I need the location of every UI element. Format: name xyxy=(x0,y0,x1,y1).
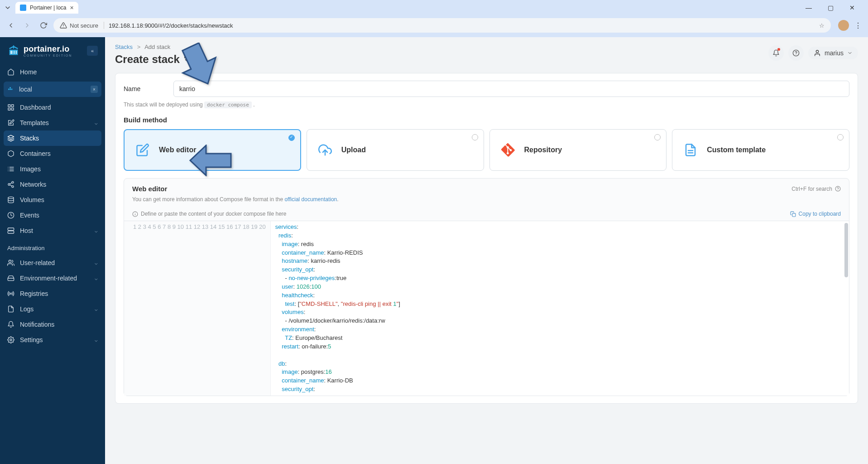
profile-avatar[interactable] xyxy=(838,20,849,31)
radio-icon xyxy=(472,134,478,140)
portainer-logo-icon xyxy=(7,44,20,57)
bookmark-star-icon[interactable]: ☆ xyxy=(819,22,825,29)
sidebar-item-networks[interactable]: Networks xyxy=(0,177,105,192)
svg-rect-24 xyxy=(8,228,14,230)
info-icon xyxy=(132,211,138,217)
app-root: portainer.io COMMUNITY EDITION « Home lo… xyxy=(0,37,868,464)
database-icon xyxy=(7,196,14,203)
docker-icon xyxy=(7,86,14,93)
grid-icon xyxy=(7,104,14,111)
top-actions: marius xyxy=(768,45,858,61)
help-button[interactable] xyxy=(788,45,804,61)
code-content[interactable]: services: redis: image: redis container_… xyxy=(271,221,849,396)
stack-name-input[interactable] xyxy=(173,81,849,97)
docs-link[interactable]: official documentation xyxy=(284,196,337,203)
sidebar-item-label: Registries xyxy=(20,290,48,297)
editor-panel: Web editor Ctrl+F for search You can get… xyxy=(124,178,849,396)
browser-menu-button[interactable]: ⋮ xyxy=(853,21,863,30)
method-upload[interactable]: Upload xyxy=(307,129,484,171)
hint-post: . xyxy=(253,102,254,108)
tab-list-dropdown[interactable] xyxy=(4,4,12,12)
sidebar-item-registries[interactable]: Registries xyxy=(0,286,105,301)
browser-tab[interactable]: Portainer | loca × xyxy=(15,2,78,14)
hard-drive-icon xyxy=(7,275,14,282)
build-method-title: Build method xyxy=(124,116,849,124)
sidebar-item-dashboard[interactable]: Dashboard xyxy=(0,100,105,115)
sidebar-item-label: Settings xyxy=(20,336,43,343)
environment-name: local xyxy=(19,86,32,93)
svg-point-26 xyxy=(9,260,11,262)
help-icon[interactable] xyxy=(835,186,841,192)
chevron-down-icon: ⌵ xyxy=(95,120,98,126)
security-badge[interactable]: Not secure xyxy=(60,22,104,29)
method-web-editor[interactable]: Web editor xyxy=(124,129,301,171)
sidebar-item-user-related[interactable]: User-related ⌵ xyxy=(0,255,105,271)
clock-icon xyxy=(7,212,14,219)
sidebar-item-home[interactable]: Home xyxy=(0,64,105,80)
sidebar-item-label: Environment-related xyxy=(20,275,77,282)
help-icon xyxy=(792,49,800,57)
svg-rect-6 xyxy=(8,105,10,107)
refresh-button[interactable] xyxy=(184,55,192,64)
address-bar[interactable]: Not secure 192.168.1.18:9000/#!/2/docker… xyxy=(53,18,831,33)
breadcrumb-root[interactable]: Stacks xyxy=(115,44,133,50)
sidebar-item-logs[interactable]: Logs ⌵ xyxy=(0,301,105,317)
reload-button[interactable] xyxy=(37,19,50,32)
sidebar-item-images[interactable]: Images xyxy=(0,161,105,177)
sidebar-item-env-related[interactable]: Environment-related ⌵ xyxy=(0,271,105,286)
svg-rect-4 xyxy=(10,87,11,88)
sidebar-item-volumes[interactable]: Volumes xyxy=(0,192,105,208)
server-icon xyxy=(7,227,14,234)
deploy-hint: This stack will be deployed using docker… xyxy=(124,102,849,108)
sidebar-item-settings[interactable]: Settings ⌵ xyxy=(0,332,105,348)
sidebar-collapse-button[interactable]: « xyxy=(87,46,98,56)
sidebar: portainer.io COMMUNITY EDITION « Home lo… xyxy=(0,37,105,464)
sidebar-item-host[interactable]: Host ⌵ xyxy=(0,223,105,238)
sidebar-item-notifications[interactable]: Notifications xyxy=(0,317,105,332)
sidebar-item-templates[interactable]: Templates ⌵ xyxy=(0,115,105,130)
method-custom-template[interactable]: Custom template xyxy=(672,129,849,171)
notifications-button[interactable] xyxy=(768,45,784,61)
close-window-button[interactable]: ✕ xyxy=(845,4,859,11)
environment-selector[interactable]: local × xyxy=(4,82,101,97)
sidebar-item-events[interactable]: Events xyxy=(0,208,105,223)
sidebar-item-stacks[interactable]: Stacks xyxy=(4,130,101,146)
maximize-button[interactable]: ▢ xyxy=(824,4,837,11)
logo-edition: COMMUNITY EDITION xyxy=(24,54,72,57)
svg-rect-7 xyxy=(11,105,14,107)
tab-title: Portainer | loca xyxy=(30,5,67,11)
svg-rect-3 xyxy=(10,89,11,90)
sidebar-item-label: Home xyxy=(20,68,37,76)
git-icon xyxy=(499,141,517,159)
sidebar-item-label: Volumes xyxy=(20,196,44,203)
code-editor[interactable]: 1 2 3 4 5 6 7 8 9 10 11 12 13 14 15 16 1… xyxy=(124,221,849,396)
sidebar-item-label: Containers xyxy=(20,150,51,157)
disc-icon xyxy=(7,165,14,173)
section-administration: Administration xyxy=(0,238,105,255)
sidebar-item-label: Stacks xyxy=(20,135,39,142)
favicon-icon xyxy=(20,5,26,11)
user-menu[interactable]: marius xyxy=(808,47,858,59)
environment-close-button[interactable]: × xyxy=(91,86,98,93)
sidebar-item-label: User-related xyxy=(20,259,55,266)
chevron-down-icon: ⌵ xyxy=(95,306,98,312)
copy-clipboard-button[interactable]: Copy to clipboard xyxy=(790,211,841,217)
radio-icon xyxy=(7,290,14,297)
scrollbar-vertical[interactable] xyxy=(844,223,848,277)
search-hint-text: Ctrl+F for search xyxy=(791,186,832,192)
minimize-button[interactable]: — xyxy=(802,4,815,11)
editor-description: You can get more information about Compo… xyxy=(132,196,841,203)
svg-rect-9 xyxy=(8,108,10,110)
breadcrumb-sep: > xyxy=(137,44,141,50)
forward-button[interactable] xyxy=(21,19,34,32)
page-title-text: Create stack xyxy=(115,53,180,66)
method-repository[interactable]: Repository xyxy=(489,129,667,171)
svg-line-20 xyxy=(10,185,12,186)
tab-close-button[interactable]: × xyxy=(70,4,74,11)
svg-point-22 xyxy=(8,197,14,198)
sidebar-item-containers[interactable]: Containers xyxy=(0,146,105,161)
desc-post: . xyxy=(337,196,338,203)
svg-rect-41 xyxy=(792,213,795,216)
back-button[interactable] xyxy=(5,19,17,32)
logo-text: portainer.io xyxy=(24,44,72,54)
